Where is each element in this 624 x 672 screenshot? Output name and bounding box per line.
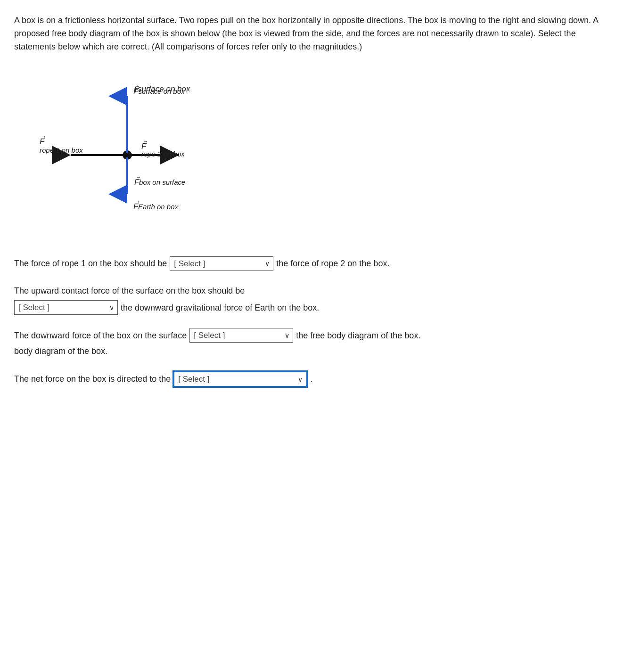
q2-after-text: the downward gravitational force of Eart… [121, 301, 319, 315]
svg-text:F⃗: F⃗ [141, 140, 147, 151]
q3-select-wrapper[interactable]: [ Select ] greater than less than equal … [189, 328, 293, 343]
svg-text:box on surface: box on surface [139, 178, 185, 186]
force-diagram: F⃗ surface on box → F⃗surface on box F⃗ … [33, 68, 269, 238]
q1-select[interactable]: [ Select ] greater than less than equal … [170, 256, 273, 271]
q1-before-text: The force of rope 1 on the box should be [14, 257, 167, 270]
question-3: The downward force of the box on the sur… [14, 328, 610, 358]
q3-after-text: the free body diagram of the box. [296, 329, 420, 343]
q3-continuation: body diagram of the box. [14, 346, 107, 356]
q2-select[interactable]: [ Select ] greater than less than equal … [14, 300, 118, 315]
q3-select[interactable]: [ Select ] greater than less than equal … [189, 328, 293, 343]
question-4: The net force on the box is directed to … [14, 371, 610, 387]
svg-text:F⃗surface on box: F⃗surface on box [133, 85, 185, 96]
q1-select-wrapper[interactable]: [ Select ] greater than less than equal … [170, 256, 273, 271]
q4-select-wrapper[interactable]: [ Select ] left right up down [173, 371, 307, 387]
q4-before-text: The net force on the box is directed to … [14, 372, 171, 386]
svg-text:rope 1 on box: rope 1 on box [40, 146, 83, 154]
question-2: The upward contact force of the surface … [14, 284, 610, 315]
svg-text:rope 2 on box: rope 2 on box [141, 150, 185, 158]
problem-text: A box is on a frictionless horizontal su… [14, 14, 610, 54]
q2-select-wrapper[interactable]: [ Select ] greater than less than equal … [14, 300, 118, 315]
svg-text:Earth on box: Earth on box [138, 203, 179, 211]
svg-text:F⃗: F⃗ [40, 136, 45, 146]
q4-after-text: . [310, 372, 312, 386]
question-1: The force of rope 1 on the box should be… [14, 256, 610, 271]
q1-after-text: the force of rope 2 on the box. [276, 257, 389, 270]
q2-before-text: The upward contact force of the surface … [14, 284, 245, 298]
q4-select[interactable]: [ Select ] left right up down [174, 372, 306, 386]
q3-before-text: The downward force of the box on the sur… [14, 329, 187, 343]
